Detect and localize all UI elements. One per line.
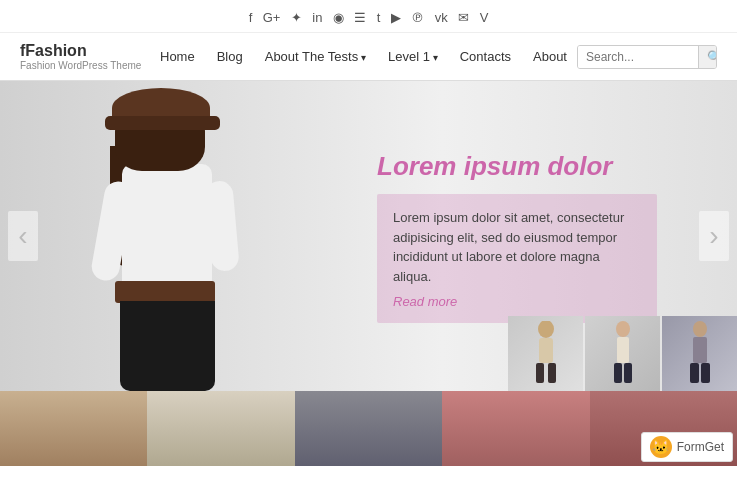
- hero-title: Lorem ipsum dolor: [377, 151, 657, 182]
- nav-about[interactable]: About: [523, 45, 577, 68]
- svg-rect-1: [539, 338, 553, 363]
- site-logo-name[interactable]: fFashion: [20, 42, 150, 60]
- svg-rect-3: [548, 363, 556, 383]
- social-bar: f G+ ✦ in ◉ ☰ t ▶ ℗ vk ✉ V: [0, 0, 737, 33]
- social-googleplus-icon[interactable]: G+: [263, 10, 281, 25]
- hero-description-box: Lorem ipsum dolor sit amet, consectetur …: [377, 194, 657, 323]
- slider-prev-arrow[interactable]: ‹: [8, 211, 38, 261]
- social-email-icon[interactable]: ✉: [458, 10, 469, 25]
- site-header: fFashion Fashion WordPress Theme Home Bl…: [0, 33, 737, 81]
- woman-hat-brim: [105, 116, 220, 130]
- formget-badge: 🐱 FormGet: [641, 432, 733, 462]
- thumb-figure-3[interactable]: [662, 316, 737, 391]
- preview-item-2[interactable]: [147, 391, 294, 466]
- social-rss-icon[interactable]: ☰: [354, 10, 366, 25]
- formget-label: FormGet: [677, 440, 724, 454]
- hero-content: Lorem ipsum dolor Lorem ipsum dolor sit …: [377, 151, 657, 323]
- svg-rect-11: [701, 363, 710, 383]
- search-area: 🔍: [577, 45, 717, 69]
- nav-contacts[interactable]: Contacts: [450, 45, 521, 68]
- hero-thumbnails: [508, 316, 737, 391]
- search-input[interactable]: [578, 46, 698, 68]
- woman-belt: [115, 281, 215, 303]
- search-button[interactable]: 🔍: [698, 46, 717, 68]
- social-instagram-icon[interactable]: ◉: [333, 10, 344, 25]
- svg-point-4: [616, 321, 630, 337]
- preview-item-1[interactable]: [0, 391, 147, 466]
- svg-rect-6: [614, 363, 622, 383]
- hero-slider: Lorem ipsum dolor Lorem ipsum dolor sit …: [0, 81, 737, 391]
- social-pinterest-icon[interactable]: ℗: [411, 10, 424, 25]
- svg-rect-9: [693, 337, 707, 363]
- thumb-figure-1[interactable]: [508, 316, 583, 391]
- main-nav: Home Blog About The Tests Level 1 Contac…: [150, 45, 577, 68]
- social-twitter-icon[interactable]: ✦: [291, 10, 302, 25]
- preview-strip: 🐱 FormGet: [0, 391, 737, 466]
- formget-icon: 🐱: [650, 436, 672, 458]
- svg-point-8: [693, 321, 707, 337]
- woman-pants: [120, 301, 215, 391]
- social-facebook-icon[interactable]: f: [249, 10, 253, 25]
- hero-figure: [50, 86, 280, 391]
- social-vk-icon[interactable]: vk: [435, 10, 448, 25]
- thumb-figure-2[interactable]: [585, 316, 660, 391]
- nav-level1[interactable]: Level 1: [378, 45, 448, 68]
- hero-readmore-link[interactable]: Read more: [393, 294, 641, 309]
- svg-rect-2: [536, 363, 544, 383]
- preview-item-3[interactable]: [295, 391, 442, 466]
- slider-next-arrow[interactable]: ›: [699, 211, 729, 261]
- nav-about-tests[interactable]: About The Tests: [255, 45, 376, 68]
- nav-home[interactable]: Home: [150, 45, 205, 68]
- nav-blog[interactable]: Blog: [207, 45, 253, 68]
- preview-item-5[interactable]: 🐱 FormGet: [590, 391, 737, 466]
- site-logo-tagline: Fashion WordPress Theme: [20, 60, 150, 71]
- svg-rect-5: [617, 337, 629, 363]
- social-vine-icon[interactable]: V: [480, 10, 489, 25]
- svg-rect-7: [624, 363, 632, 383]
- logo-area: fFashion Fashion WordPress Theme: [20, 42, 150, 71]
- social-youtube-icon[interactable]: ▶: [391, 10, 401, 25]
- hero-description-text: Lorem ipsum dolor sit amet, consectetur …: [393, 208, 641, 286]
- svg-point-0: [538, 321, 554, 338]
- social-tumblr-icon[interactable]: t: [377, 10, 381, 25]
- svg-rect-10: [690, 363, 699, 383]
- social-linkedin-icon[interactable]: in: [312, 10, 322, 25]
- preview-item-4[interactable]: [442, 391, 589, 466]
